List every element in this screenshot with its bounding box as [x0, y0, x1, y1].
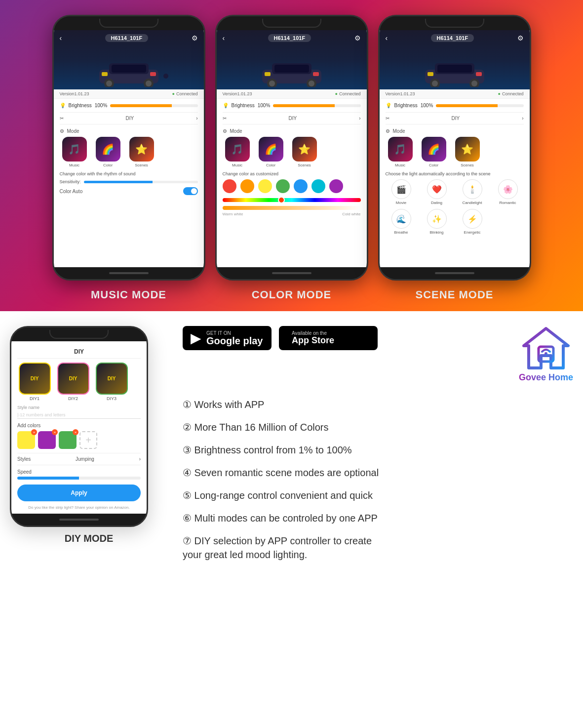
settings-icon: ⚙ — [192, 34, 198, 42]
color-auto-toggle[interactable] — [183, 187, 198, 195]
brightness-row: 💡 Brightness 100% — [60, 103, 198, 108]
diy-notch-bar — [49, 330, 109, 339]
styles-label: Styles — [17, 456, 31, 462]
rainbow-slider — [223, 198, 361, 202]
color-car-svg — [252, 57, 331, 87]
yellow-chip-x[interactable]: × — [31, 429, 37, 435]
blinking-label: Blinking — [421, 230, 453, 235]
scene-scenes-label: Scenes — [453, 163, 482, 167]
scene-desc: Choose the light automatically according… — [386, 171, 524, 176]
device-label: H6114_101F — [105, 34, 149, 42]
diy-icons-row: DIY DIY1 DIY DIY2 DIY — [17, 363, 141, 401]
google-play-badge[interactable]: ▶ GET IT ON Google play — [183, 326, 272, 350]
color-mode-section: ⚙ Mode 🎵 Music 🌈 Color — [223, 128, 361, 167]
add-color-btn[interactable]: + — [79, 431, 97, 449]
scene-phone-nav-row: ‹ H6114_101F ⚙ — [386, 34, 524, 42]
dating-label: Dating — [421, 201, 453, 205]
diy1-label: DIY1 — [17, 396, 52, 401]
govee-logo: Govee Home — [519, 326, 573, 383]
brightness-bar — [110, 104, 197, 107]
apple-text-col: Available on the App Store — [292, 330, 334, 346]
svg-point-5 — [146, 81, 152, 86]
mode-label: Mode — [67, 128, 79, 134]
scene-diy-row: ✂ DIY › — [386, 112, 524, 124]
back-icon: ‹ — [60, 34, 62, 42]
scenes-mode-box: ⭐ Scenes — [127, 137, 156, 167]
add-colors-label: Add colors — [17, 423, 141, 428]
scene-blinking: ✨ Blinking — [421, 209, 453, 235]
green-chip-x[interactable]: × — [73, 429, 78, 435]
amazon-text: Do you like the strip light? Share your … — [17, 505, 141, 510]
diy-home-indicator — [59, 519, 99, 521]
color-phone-nav-row: ‹ H6114_101F ⚙ — [223, 34, 361, 42]
scene-candlelight: 🕯️ Candlelight — [457, 179, 488, 205]
scene-car-image — [386, 55, 524, 89]
scenes-mode-label: Scenes — [127, 163, 156, 167]
music-phone: ‹ H6114_101F ⚙ — [52, 15, 205, 281]
color-music-icon: 🎵 — [225, 137, 250, 162]
google-play-icon: ▶ — [191, 330, 201, 346]
warm-label: Warm white — [223, 212, 243, 216]
music-phone-screen: ‹ H6114_101F ⚙ — [54, 30, 204, 267]
diy-text: DIY — [125, 116, 134, 121]
color-cyan — [311, 179, 325, 193]
speed-section: Speed — [17, 469, 141, 480]
scene-romantic: 🌸 Romantic — [492, 179, 524, 205]
scene-status-bar: Version1.01.23 ●Connected — [380, 89, 530, 99]
svg-rect-17 — [265, 72, 271, 76]
rainbow-bar — [223, 198, 361, 202]
color-green — [276, 179, 290, 193]
styles-section: Styles Jumping › — [17, 453, 141, 465]
dating-icon: ❤️ — [427, 179, 447, 199]
romantic-label: Romantic — [492, 201, 524, 205]
features-list: ① Works with APP ② More Than 16 Million … — [183, 398, 573, 562]
color-settings-icon: ⚙ — [354, 34, 361, 42]
svg-rect-26 — [428, 72, 433, 76]
diy-phone-bottom-bar — [11, 514, 147, 526]
svg-rect-6 — [112, 65, 146, 73]
diy-row: ✂ DIY › — [60, 112, 198, 124]
romantic-icon: 🌸 — [498, 179, 518, 199]
color-grid — [223, 179, 361, 193]
color-connected: ●Connected — [335, 91, 361, 96]
color-desc: Change color as customized — [223, 171, 361, 176]
app-store-badge[interactable]: Available on the App Store — [279, 326, 378, 350]
green-chip: × — [59, 431, 77, 449]
scene-phone-content: 💡 Brightness 100% ✂ DIY › ⚙ Mode — [380, 99, 530, 243]
phone-status-bar: Version1.01.23 ●Connected — [54, 89, 204, 99]
svg-point-9 — [163, 74, 168, 79]
color-yellow — [258, 179, 272, 193]
apply-button[interactable]: Apply — [17, 485, 141, 501]
scene-mode-icons-row: 🎵 Music 🌈 Color ⭐ Scenes — [386, 137, 524, 167]
purple-chip-x[interactable]: × — [52, 429, 58, 435]
style-name-input[interactable]: |-12 numbers and letters — [17, 411, 141, 419]
scene-movie: 🎬 Movie — [386, 179, 417, 205]
scene-device-label: H6114_101F — [431, 34, 474, 42]
color-brightness-row: 💡 Brightness 100% — [223, 103, 361, 108]
speed-bar — [17, 477, 141, 480]
scene-phone: ‹ H6114_101F ⚙ — [378, 15, 531, 281]
yellow-chip: × — [17, 431, 35, 449]
home-indicator — [109, 272, 149, 274]
color-mode-label: Color — [93, 163, 123, 167]
color-scenes-icon: ⭐ — [292, 137, 317, 162]
color-color-icon: 🌈 — [259, 137, 283, 162]
color-phone-header: ‹ H6114_101F ⚙ — [217, 30, 367, 89]
scene-breathe: 🌊 Breathe — [386, 209, 417, 235]
bottom-left: DIY DIY DIY1 DIY DIY2 — [10, 326, 168, 570]
version-text: Version1.01.23 — [60, 91, 89, 96]
speed-label: Speed — [17, 469, 141, 475]
feature-4: ④ Seven romantic scene modes are optiona… — [183, 466, 573, 480]
scene-mode-section: ⚙ Mode 🎵 Music 🌈 Color — [386, 128, 524, 167]
sensitivity-label: Sensitivity: — [60, 179, 81, 184]
diy1-box: DIY DIY1 — [17, 363, 52, 401]
diy-phone: DIY DIY DIY1 DIY DIY2 — [10, 326, 148, 527]
warm-cold-labels: Warm white Cold white — [223, 212, 361, 216]
color-brightness-label: Brightness — [232, 103, 255, 108]
blinking-icon: ✨ — [427, 209, 447, 229]
diy-phone-notch — [11, 327, 147, 341]
scene-music-box: 🎵 Music — [386, 137, 415, 167]
color-blue — [294, 179, 308, 193]
phone-notch — [54, 16, 204, 30]
diy-phone-screen: DIY DIY DIY1 DIY DIY2 — [11, 341, 147, 514]
